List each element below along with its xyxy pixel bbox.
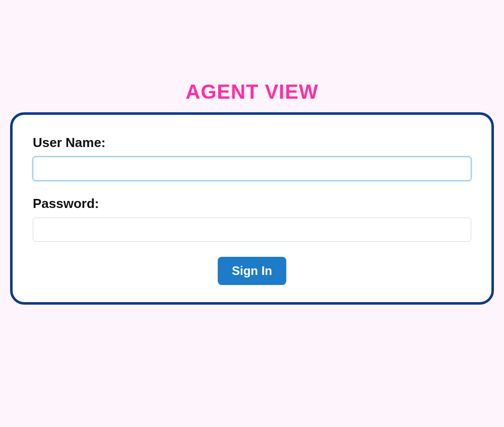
login-panel: User Name: Password: Sign In [10, 112, 494, 305]
sign-in-button[interactable]: Sign In [218, 257, 286, 285]
username-label: User Name: [33, 135, 471, 151]
button-row: Sign In [33, 257, 471, 285]
password-field-group: Password: [33, 196, 471, 242]
page-title: AGENT VIEW [0, 0, 504, 112]
username-field-group: User Name: [33, 135, 471, 181]
password-label: Password: [33, 196, 471, 211]
password-input[interactable] [33, 218, 471, 242]
username-input[interactable] [33, 157, 471, 181]
